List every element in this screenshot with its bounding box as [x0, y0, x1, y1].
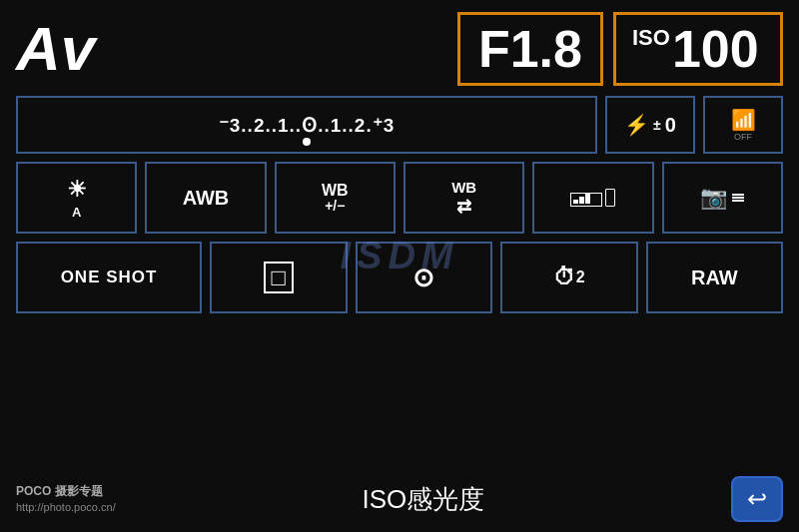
- camera-settings-box[interactable]: 📷: [662, 162, 783, 234]
- iso-label: ISO: [632, 27, 670, 49]
- wifi-box[interactable]: 📶 OFF: [703, 96, 783, 154]
- one-shot-label: ONE SHOT: [61, 267, 158, 287]
- flash-icon: ⚡: [624, 113, 649, 137]
- iso-display[interactable]: ISO 100: [613, 12, 783, 86]
- display-icon: [570, 189, 615, 207]
- timer-box[interactable]: ⏱ 2: [500, 242, 637, 313]
- bottom-bar: POCO 摄影专题 http://photo.poco.cn/ ISO感光度 ↩: [16, 472, 783, 522]
- one-shot-box[interactable]: ONE SHOT: [16, 242, 202, 313]
- af-point-icon: □: [264, 262, 295, 293]
- wb-text-line2: +/−: [322, 199, 349, 214]
- timer-icon: ⏱ 2: [553, 265, 585, 290]
- settings-row-2: ONE SHOT □ ⊙ ⏱ 2 RAW: [16, 242, 783, 313]
- exposure-cursor: [303, 138, 311, 146]
- top-row: Av F1.8 ISO 100: [16, 12, 783, 86]
- flash-compensation-box[interactable]: ⚡ ± 0: [605, 96, 695, 154]
- settings-row-1: ☀ A AWB WB +/− WB ⇄: [16, 162, 783, 234]
- flash-value: 0: [665, 114, 676, 137]
- wifi-icon: 📶: [731, 108, 756, 132]
- wb-text-line1: WB: [322, 182, 349, 200]
- wb-shift-icon: WB ⇄: [451, 179, 476, 218]
- awb-box[interactable]: AWB: [145, 162, 266, 234]
- aperture-display[interactable]: F1.8: [457, 12, 603, 86]
- camera-screen: Av F1.8 ISO 100 ⁻3..2..1..ʘ..1..2.⁺3 ⚡ ±…: [0, 0, 799, 532]
- af-point-box[interactable]: □: [210, 242, 347, 313]
- display-box[interactable]: [532, 162, 653, 234]
- iso-value: 100: [672, 23, 759, 75]
- brand-info: POCO 摄影专题 http://photo.poco.cn/: [16, 483, 116, 515]
- raw-label: RAW: [691, 266, 738, 289]
- exposure-row: ⁻3..2..1..ʘ..1..2.⁺3 ⚡ ± 0 📶 OFF: [16, 96, 783, 154]
- metering-box[interactable]: ☀ A: [16, 162, 137, 234]
- circle-af-icon: ⊙: [412, 263, 434, 293]
- exposure-scale-box[interactable]: ⁻3..2..1..ʘ..1..2.⁺3: [16, 96, 597, 154]
- shooting-mode: Av: [16, 18, 95, 80]
- brand-url: http://photo.poco.cn/: [16, 500, 116, 515]
- back-arrow-icon: ↩: [747, 485, 767, 513]
- raw-box[interactable]: RAW: [646, 242, 783, 313]
- wb-adjust-label: WB +/−: [322, 182, 349, 215]
- wb-adjust-box[interactable]: WB +/−: [275, 162, 396, 234]
- metering-icon: ☀ A: [67, 177, 87, 220]
- camera-settings-icon: 📷: [700, 185, 744, 211]
- circle-af-box[interactable]: ⊙: [356, 242, 492, 313]
- brand-name: POCO 摄影专题: [16, 483, 116, 500]
- iso-footer-label: ISO感光度: [116, 482, 731, 517]
- back-button[interactable]: ↩: [731, 476, 783, 522]
- wb-shift-box[interactable]: WB ⇄: [403, 162, 524, 234]
- exposure-scale: ⁻3..2..1..ʘ..1..2.⁺3: [219, 114, 395, 137]
- flash-pm-icon: ±: [653, 117, 661, 133]
- wifi-status: OFF: [734, 132, 752, 142]
- awb-label: AWB: [183, 187, 230, 209]
